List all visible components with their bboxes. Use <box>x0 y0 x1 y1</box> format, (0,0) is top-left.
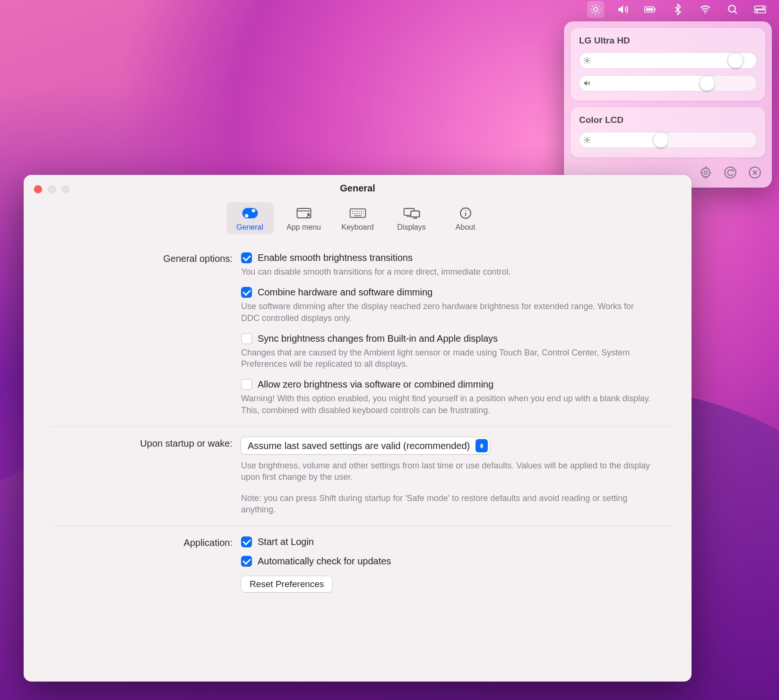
startup-select[interactable]: Assume last saved settings are valid (re… <box>241 437 490 454</box>
checkbox-combine-dimming[interactable]: Combine hardware and software dimming <box>241 287 666 298</box>
select-value: Assume last saved settings are valid (re… <box>248 441 470 451</box>
checkbox-start-at-login[interactable]: Start at Login <box>241 536 666 547</box>
svg-rect-15 <box>242 208 258 218</box>
svg-rect-19 <box>350 209 365 217</box>
brightness-icon <box>583 136 591 144</box>
info-icon <box>455 206 476 220</box>
tab-label: About <box>456 223 476 232</box>
keyboard-icon <box>347 206 368 220</box>
volume-icon <box>583 79 591 87</box>
close-icon[interactable] <box>748 166 762 179</box>
zoom-button[interactable] <box>61 185 69 193</box>
menubar-bluetooth-icon[interactable] <box>669 1 686 18</box>
svg-point-16 <box>251 209 255 212</box>
displays-icon <box>401 206 422 220</box>
button-label: Reset Preferences <box>250 579 324 589</box>
menubar <box>0 0 779 19</box>
svg-point-4 <box>704 12 706 14</box>
checkbox-label: Combine hardware and software dimming <box>258 287 433 298</box>
section-general-options: General options: Enable smooth brightnes… <box>52 252 673 426</box>
brightness-slider[interactable] <box>579 132 757 148</box>
checkbox-label: Automatically check for updates <box>258 556 391 567</box>
display-name: LG Ultra HD <box>579 35 757 46</box>
tab-label: General <box>236 223 263 232</box>
appmenu-icon <box>294 206 314 220</box>
menubar-search-icon[interactable] <box>724 1 741 18</box>
checkbox-description: Warning! With this option enabled, you m… <box>241 393 652 416</box>
svg-rect-6 <box>754 6 766 9</box>
display-name: Color LCD <box>579 115 757 125</box>
checkbox-icon <box>241 556 252 567</box>
volume-slider[interactable] <box>579 75 757 91</box>
checkbox-description: You can disable smooth transitions for a… <box>241 266 652 277</box>
settings-icon[interactable] <box>699 166 712 179</box>
toggle-icon <box>240 206 260 220</box>
checkbox-icon <box>241 287 252 298</box>
checkbox-smooth-transitions[interactable]: Enable smooth brightness transitions <box>241 252 666 263</box>
reset-preferences-button[interactable]: Reset Preferences <box>241 576 332 592</box>
section-label: General options: <box>52 252 241 264</box>
checkbox-label: Sync brightness changes from Built-in an… <box>258 333 498 344</box>
startup-description: Use brightness, volume and other setting… <box>241 460 652 483</box>
svg-point-11 <box>586 138 588 141</box>
menubar-control-center-icon[interactable] <box>752 1 769 18</box>
svg-rect-2 <box>646 8 653 11</box>
svg-rect-3 <box>655 9 656 10</box>
svg-point-17 <box>245 214 248 217</box>
section-label: Upon startup or wake: <box>52 437 241 449</box>
checkbox-icon <box>241 333 252 344</box>
display-card-lg: LG Ultra HD <box>571 28 765 101</box>
svg-point-9 <box>756 10 758 12</box>
close-button[interactable] <box>34 185 42 193</box>
checkbox-sync-brightness[interactable]: Sync brightness changes from Built-in an… <box>241 333 666 344</box>
menubar-wifi-icon[interactable] <box>697 1 714 18</box>
checkbox-icon <box>241 252 252 263</box>
menubar-volume-icon[interactable] <box>615 1 632 18</box>
window-controls <box>34 185 69 193</box>
preferences-window: General General App menu Keyboard Displa… <box>24 175 692 682</box>
tab-appmenu[interactable]: App menu <box>280 202 328 234</box>
tab-label: Displays <box>397 223 425 232</box>
window-title: General <box>24 175 692 194</box>
svg-point-7 <box>762 7 764 9</box>
svg-point-24 <box>465 210 466 211</box>
checkbox-icon <box>241 379 252 390</box>
svg-point-12 <box>704 171 708 174</box>
svg-rect-21 <box>411 211 419 217</box>
section-application: Application: Start at Login Automaticall… <box>52 526 673 603</box>
tab-toolbar: General App menu Keyboard Displays About <box>24 202 692 240</box>
tab-keyboard[interactable]: Keyboard <box>334 202 381 234</box>
svg-point-0 <box>594 8 598 12</box>
section-startup: Upon startup or wake: Assume last saved … <box>52 426 673 526</box>
display-card-colorlcd: Color LCD <box>571 107 765 157</box>
svg-rect-8 <box>754 10 766 13</box>
refresh-icon[interactable] <box>724 166 737 179</box>
checkbox-icon <box>241 536 252 547</box>
menubar-brightness-icon[interactable] <box>587 1 604 18</box>
checkbox-allow-zero-brightness[interactable]: Allow zero brightness via software or co… <box>241 379 666 390</box>
checkbox-auto-update[interactable]: Automatically check for updates <box>241 556 666 567</box>
startup-note: Note: you can press Shift during startup… <box>241 493 652 516</box>
checkbox-label: Start at Login <box>258 536 314 547</box>
brightness-slider[interactable] <box>579 52 757 69</box>
minimize-button[interactable] <box>48 185 56 193</box>
tab-displays[interactable]: Displays <box>388 202 435 234</box>
svg-point-13 <box>725 167 736 178</box>
tab-general[interactable]: General <box>226 202 274 234</box>
section-label: Application: <box>52 536 241 548</box>
checkbox-description: Use software dimming after the display r… <box>241 301 652 324</box>
tab-label: App menu <box>286 223 321 232</box>
checkbox-label: Allow zero brightness via software or co… <box>258 379 493 390</box>
brightness-icon <box>583 56 591 65</box>
checkbox-label: Enable smooth brightness transitions <box>258 252 413 263</box>
tab-about[interactable]: About <box>442 202 489 234</box>
checkbox-description: Changes that are caused by the Ambient l… <box>241 347 652 370</box>
content-area: General options: Enable smooth brightnes… <box>24 240 692 607</box>
chevron-updown-icon <box>476 439 488 452</box>
brightness-dropdown: LG Ultra HD Color LCD <box>564 21 772 188</box>
menubar-battery-icon[interactable] <box>642 1 659 18</box>
tab-label: Keyboard <box>341 223 374 232</box>
svg-point-10 <box>586 59 588 61</box>
